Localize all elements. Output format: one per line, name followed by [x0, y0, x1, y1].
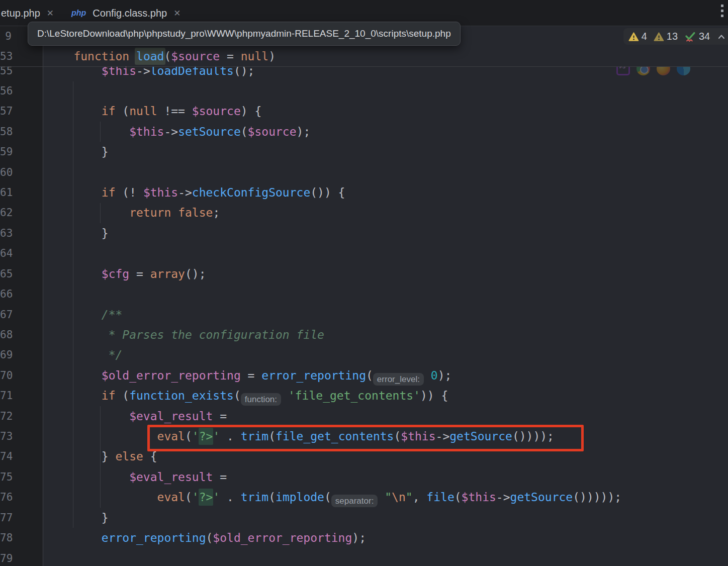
- code-line[interactable]: 59 }: [0, 142, 728, 162]
- code-token: }: [102, 511, 109, 524]
- line-number[interactable]: 75: [0, 467, 12, 488]
- code-token: [46, 369, 102, 382]
- line-number[interactable]: 65: [0, 264, 12, 285]
- code-line[interactable]: 63 }: [0, 223, 728, 244]
- line-number[interactable]: 74: [0, 446, 12, 467]
- code-token: ': [192, 491, 199, 504]
- code-token: ': [213, 491, 220, 504]
- code-token: (: [234, 389, 241, 402]
- code-line[interactable]: 71 if (function_exists(function: 'file_g…: [0, 386, 728, 406]
- code-token: $old_error_reporting: [213, 531, 352, 544]
- code-token: ): [268, 50, 276, 63]
- line-number[interactable]: 66: [0, 284, 12, 305]
- code-token: array: [150, 267, 185, 280]
- code-line[interactable]: 60: [0, 162, 728, 183]
- code-line[interactable]: 67 /**: [0, 305, 728, 325]
- code-token: error_reporting: [261, 369, 366, 382]
- line-number[interactable]: 68: [0, 325, 12, 345]
- line-number[interactable]: 78: [0, 528, 12, 548]
- code-line[interactable]: 79: [0, 548, 728, 566]
- code-token: null: [241, 50, 268, 63]
- code-line[interactable]: 69 */: [0, 345, 728, 365]
- line-number[interactable]: 76: [0, 487, 12, 508]
- chevron-up-icon[interactable]: [716, 32, 726, 42]
- line-number[interactable]: 59: [0, 142, 12, 162]
- code-line[interactable]: 61 if (! $this->checkConfigSource()) {: [0, 182, 728, 203]
- line-number[interactable]: 67: [0, 305, 12, 325]
- code-line-text: $cfg = array();: [46, 264, 206, 285]
- code-line[interactable]: 66: [0, 284, 728, 305]
- code-line-text: $old_error_reporting = error_reporting(e…: [46, 365, 451, 386]
- code-token: =: [213, 410, 227, 423]
- kebab-menu-icon[interactable]: [721, 5, 723, 17]
- file-path-text: D:\LeStoreDownload\php\phpstudy_pro\WWW\…: [37, 28, 451, 39]
- code-token: (: [241, 125, 248, 138]
- code-line[interactable]: 68 * Parses the configuration file: [0, 325, 728, 345]
- code-token: if: [102, 186, 116, 199]
- line-number[interactable]: 73: [0, 426, 12, 447]
- line-number[interactable]: 60: [0, 162, 12, 183]
- line-number[interactable]: 69: [0, 345, 12, 365]
- inlay-hint: function:: [241, 393, 281, 406]
- line-number[interactable]: 79: [0, 548, 12, 566]
- code-token: \n: [392, 491, 406, 504]
- code-token: =: [241, 369, 262, 382]
- line-number[interactable]: 71: [0, 386, 12, 406]
- line-number[interactable]: 63: [0, 223, 12, 244]
- code-line[interactable]: 72 $eval_result =: [0, 406, 728, 427]
- code-token: 'file_get_contents': [288, 389, 420, 402]
- code-line[interactable]: 78 error_reporting($old_error_reporting)…: [0, 528, 728, 548]
- line-number[interactable]: 77: [0, 508, 12, 528]
- line-number[interactable]: 9: [0, 26, 12, 47]
- code-token: .: [220, 491, 241, 504]
- code-token: );: [352, 531, 366, 544]
- inspections-widget[interactable]: 4 13 34: [623, 28, 728, 45]
- code-token: $eval_result: [129, 470, 213, 484]
- close-icon[interactable]: ✕: [47, 9, 54, 18]
- code-line[interactable]: 62 return false;: [0, 203, 728, 223]
- code-token: setSource: [178, 125, 241, 138]
- code-token: [46, 308, 102, 321]
- code-token: return: [129, 206, 171, 219]
- code-token: $source: [192, 105, 241, 118]
- line-number[interactable]: 62: [0, 203, 12, 223]
- code-token: ": [385, 491, 392, 504]
- code-token: =: [220, 50, 241, 63]
- code-token: trim: [241, 491, 268, 504]
- line-number[interactable]: 58: [0, 122, 12, 142]
- line-number[interactable]: 56: [0, 81, 12, 102]
- code-token: [46, 430, 157, 443]
- line-number[interactable]: 70: [0, 365, 12, 386]
- line-number[interactable]: 57: [0, 101, 12, 122]
- code-line[interactable]: 70 $old_error_reporting = error_reportin…: [0, 365, 728, 386]
- code-line[interactable]: 58 $this->setSource($source);: [0, 122, 728, 142]
- code-line-text: * Parses the configuration file: [46, 325, 324, 345]
- code-token: file: [426, 491, 454, 504]
- code-line[interactable]: 56: [0, 81, 728, 102]
- sticky-line[interactable]: 53 function load($source = null): [0, 46, 728, 67]
- red-highlight-box: [147, 425, 584, 451]
- line-number[interactable]: 53: [0, 46, 12, 67]
- code-line[interactable]: 77 }: [0, 508, 728, 528]
- code-token: [46, 50, 73, 63]
- code-token: =: [129, 267, 150, 280]
- code-line[interactable]: 75 $eval_result =: [0, 467, 728, 488]
- code-token: if: [102, 105, 116, 118]
- code-token: ();: [185, 267, 206, 280]
- close-icon[interactable]: ✕: [173, 9, 180, 18]
- line-number[interactable]: 61: [0, 182, 12, 203]
- code-line[interactable]: 65 $cfg = array();: [0, 264, 728, 285]
- code-token: ?>: [199, 489, 214, 506]
- code-line[interactable]: 64: [0, 243, 728, 264]
- code-line[interactable]: 76 eval('?>' . trim(implode(separator: "…: [0, 487, 728, 508]
- weak-warning-icon: [654, 32, 664, 42]
- code-token: [281, 389, 288, 402]
- code-line[interactable]: 57 if (null !== $source) {: [0, 101, 728, 122]
- code-line-text: if (! $this->checkConfigSource()) {: [46, 182, 345, 203]
- code-token: eval: [157, 491, 185, 504]
- code-token: [171, 206, 178, 219]
- line-number[interactable]: 64: [0, 243, 12, 264]
- line-number[interactable]: 72: [0, 406, 12, 427]
- tab-setup-php-label: etup.php: [1, 8, 40, 19]
- code-line-text: function load($source = null): [46, 46, 276, 67]
